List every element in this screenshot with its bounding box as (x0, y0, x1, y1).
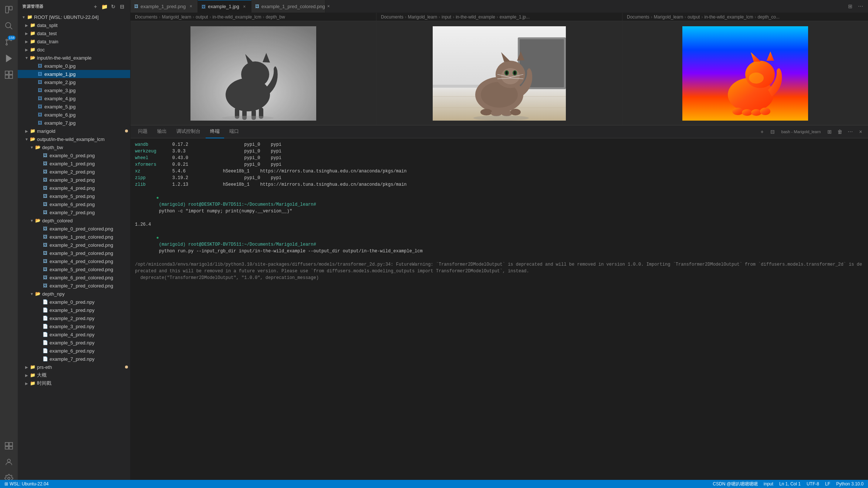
example0-jpg-icon: 🖼 (37, 63, 43, 69)
search-button[interactable] (2, 19, 16, 33)
tree-item-depth-bw[interactable]: ▼ 📂 depth_bw (18, 143, 130, 151)
tree-item-e2-pred-npy[interactable]: 📄example_2_pred.npy (18, 314, 130, 322)
terminal-more-button[interactable]: ⋯ (846, 127, 855, 136)
close-terminal-button[interactable]: × (856, 127, 865, 136)
csdn-label[interactable]: CSDN @嗯叭嗯嗯嗯嗯 (711, 481, 759, 487)
tab1-close[interactable]: × (188, 3, 194, 9)
encoding[interactable]: UTF-8 (805, 481, 821, 487)
run-button[interactable] (2, 52, 16, 65)
source-control-button[interactable]: 158 (2, 36, 16, 49)
tree-item-prs-eth[interactable]: ▶ 📁 prs-eth (18, 363, 130, 371)
remote-status[interactable]: ⊞ WSL: Ubuntu-22.04 (3, 481, 50, 487)
tree-item-daguo[interactable]: ▶ 📁 大概 (18, 371, 130, 379)
tab-example1-jpg[interactable]: 🖼 example_1.jpg × (198, 0, 251, 13)
tab-example1-pred-colored[interactable]: 🖼 example_1_pred_colored.png × (251, 0, 325, 13)
tree-item-e0-pred-colored[interactable]: 🖼example_0_pred_colored.png (18, 225, 130, 233)
new-terminal-button[interactable]: + (758, 127, 767, 136)
tree-item-e3-pred-png[interactable]: 🖼example_3_pred.png (18, 176, 130, 184)
tree-item-e5-pred-png[interactable]: 🖼example_5_pred.png (18, 192, 130, 200)
tree-item-data-test[interactable]: ▶ 📁 data_test (18, 29, 130, 37)
tab-actions: ⊞ ⋯ (843, 2, 868, 11)
tree-item-output[interactable]: ▼ 📂 output/in-the-wild_example_lcm (18, 135, 130, 143)
explorer-button[interactable] (2, 3, 16, 16)
tree-item-e3-pred-npy[interactable]: 📄example_3_pred.npy (18, 322, 130, 330)
data-split-icon: 📁 (30, 22, 36, 28)
tree-item-doc[interactable]: ▶ 📁 doc (18, 46, 130, 54)
terminal-content[interactable]: wandb 0.17.2 pypi_0 pypi werkzeug 3.0.3 … (131, 138, 868, 280)
tree-item-example6-jpg[interactable]: 🖼 example_6.jpg (18, 111, 130, 119)
tree-item-example5-jpg[interactable]: 🖼 example_5.jpg (18, 102, 130, 111)
tree-item-e1-pred-npy[interactable]: 📄example_1_pred.npy (18, 306, 130, 314)
refresh-button[interactable]: ↻ (109, 3, 117, 10)
more-actions-button[interactable]: ⋯ (856, 2, 865, 11)
tab-example1-pred[interactable]: 🖼 example_1_pred.png × (131, 0, 198, 13)
example1-jpg-label: example_1.jpg (44, 71, 130, 77)
tree-item-e1-pred-png[interactable]: 🖼example_1_pred.png (18, 159, 130, 168)
tree-item-e5-pred-colored[interactable]: 🖼example_5_pred_colored.png (18, 265, 130, 273)
tree-item-e7-pred-colored[interactable]: 🖼example_7_pred_colored.png (18, 282, 130, 290)
kill-terminal-button[interactable]: 🗑 (835, 127, 844, 136)
new-folder-button[interactable]: 📁 (101, 3, 108, 10)
tree-item-e4-pred-npy[interactable]: 📄example_4_pred.npy (18, 330, 130, 339)
svg-point-41 (501, 68, 520, 84)
tree-item-example7-jpg[interactable]: 🖼 example_7.jpg (18, 119, 130, 127)
tree-item-data-train[interactable]: ▶ 📁 data_train (18, 37, 130, 46)
tree-item-e1-pred-colored[interactable]: 🖼example_1_pred_colored.png (18, 233, 130, 241)
root-arrow: ▼ (21, 14, 27, 20)
tree-item-depth-npy[interactable]: ▼ 📂 depth_npy (18, 290, 130, 298)
terminal-tab-ports[interactable]: 端口 (225, 125, 243, 138)
tree-item-example2-jpg[interactable]: 🖼 example_2.jpg (18, 78, 130, 86)
tree-item-e3-pred-colored[interactable]: 🖼example_3_pred_colored.png (18, 249, 130, 257)
tree-item-e6-pred-png[interactable]: 🖼example_6_pred.png (18, 200, 130, 208)
tree-item-example1-jpg[interactable]: 🖼 example_1.jpg (18, 70, 130, 78)
daguo-icon: 📁 (30, 372, 36, 378)
split-terminal-button[interactable]: ⊟ (768, 127, 777, 136)
tree-item-e4-pred-colored[interactable]: 🖼example_4_pred_colored.png (18, 257, 130, 265)
split-editor-button[interactable]: ⊞ (846, 2, 855, 11)
term-line: deprecate("Transformer2DModelOutput", "1… (135, 275, 864, 280)
tree-item-shijian[interactable]: ▶ 📁 时间戳 (18, 379, 130, 387)
tree-item-marigold[interactable]: ▶ 📁 marigold (18, 127, 130, 135)
svg-point-45 (514, 71, 516, 75)
tree-item-e4-pred-png[interactable]: 🖼example_4_pred.png (18, 184, 130, 192)
tree-item-e2-pred-png[interactable]: 🖼example_2_pred.png (18, 168, 130, 176)
tree-item-input[interactable]: ▼ 📂 input/in-the-wild_example (18, 54, 130, 62)
line-col[interactable]: Ln 1, Col 1 (778, 481, 802, 487)
language[interactable]: Python 3.10.0 (835, 481, 865, 487)
terminal-tab-output[interactable]: 输出 (153, 125, 171, 138)
terminal-tab-debug[interactable]: 调试控制台 (172, 125, 205, 138)
tree-item-e7-pred-png[interactable]: 🖼example_7_pred.png (18, 208, 130, 216)
tab2-close[interactable]: × (242, 4, 247, 10)
maximize-terminal-button[interactable]: ⊞ (825, 127, 834, 136)
tree-item-e0-pred-png[interactable]: 🖼example_0_pred.png (18, 151, 130, 159)
tree-item-data-split[interactable]: ▶ 📁 data_split (18, 21, 130, 29)
tree-root[interactable]: ▼ 📁 ROOT [WSL: UBUNTU-22.04] (18, 13, 130, 21)
tree-item-e6-pred-npy[interactable]: 📄example_6_pred.npy (18, 347, 130, 355)
terminal-tab-terminal[interactable]: 终端 (206, 125, 224, 138)
new-file-button[interactable]: + (92, 3, 99, 10)
tree-item-depth-colored[interactable]: ▼ 📂 depth_colored (18, 216, 130, 225)
svg-point-62 (742, 109, 752, 116)
tree-item-example4-jpg[interactable]: 🖼 example_4.jpg (18, 94, 130, 102)
tree-item-example0-jpg[interactable]: 🖼 example_0.jpg (18, 62, 130, 70)
csdn-text: CSDN @嗯叭嗯嗯嗯嗯 (713, 481, 758, 487)
tree-item-example3-jpg[interactable]: 🖼 example_3.jpg (18, 86, 130, 94)
tree-item-e7-pred-npy[interactable]: 📄example_7_pred.npy (18, 355, 130, 363)
remote-button[interactable] (2, 439, 16, 452)
terminal-tab-issues[interactable]: 问题 (134, 125, 152, 138)
sidebar: 资源管理器 + 📁 ↻ ⊟ ▼ 📁 ROOT [WSL: UBUNTU-22.0… (18, 0, 131, 488)
tree-item-e0-pred-npy[interactable]: 📄example_0_pred.npy (18, 298, 130, 306)
account-button[interactable] (2, 455, 16, 469)
tree-item-e6-pred-colored[interactable]: 🖼example_6_pred_colored.png (18, 273, 130, 282)
input-status[interactable]: input (762, 481, 775, 487)
extensions-button[interactable] (2, 68, 16, 81)
tab3-close[interactable]: × (327, 3, 330, 9)
tree-item-e2-pred-colored[interactable]: 🖼example_2_pred_colored.png (18, 241, 130, 249)
tab3-icon: 🖼 (255, 4, 259, 9)
line-ending[interactable]: LF (824, 481, 832, 487)
term-line: werkzeug 3.0.3 pypi_0 pypi (135, 148, 864, 155)
terminal-actions: + ⊟ bash - Marigold_learn ⊞ 🗑 ⋯ × (758, 127, 868, 136)
svg-point-51 (480, 109, 492, 115)
tree-item-e5-pred-npy[interactable]: 📄example_5_pred.npy (18, 339, 130, 347)
collapse-button[interactable]: ⊟ (118, 3, 126, 10)
